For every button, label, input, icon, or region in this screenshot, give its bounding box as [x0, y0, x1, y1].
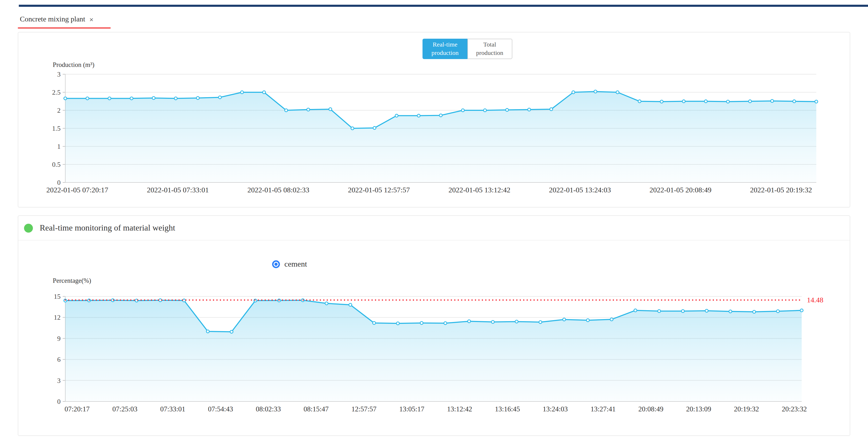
production-chart[interactable]: 00.511.522.532022-01-05 07:20:172022-01-… — [30, 61, 838, 202]
x-tick-label: 07:33:01 — [160, 405, 185, 413]
series-marker — [776, 310, 779, 313]
x-tick-label: 07:54:43 — [208, 405, 233, 413]
cement-radio-label[interactable]: cement — [284, 260, 307, 269]
series-marker — [616, 91, 619, 93]
series-marker — [86, 97, 89, 100]
series-marker — [815, 100, 817, 103]
series-marker — [587, 319, 589, 322]
series-marker — [219, 96, 221, 99]
series-marker — [152, 96, 155, 99]
series-marker — [660, 100, 663, 103]
series-marker — [572, 91, 575, 93]
y-tick-label: 0 — [57, 398, 61, 405]
series-marker — [263, 91, 266, 93]
series-marker — [130, 97, 133, 100]
x-tick-label: 20:13:09 — [686, 405, 711, 413]
series-marker — [800, 309, 803, 312]
series-marker — [726, 100, 729, 103]
series-marker — [771, 99, 773, 103]
material-weight-chart-svg: 0369121507:20:1707:25:0307:33:0107:54:43… — [30, 271, 838, 417]
x-tick-label: 13:05:17 — [399, 405, 424, 413]
cement-radio[interactable] — [272, 260, 280, 268]
series-marker — [658, 310, 661, 313]
series-area — [65, 91, 816, 182]
x-tick-label: 07:20:17 — [64, 405, 90, 413]
y-axis-title: Production (m³) — [53, 61, 95, 68]
threshold-label: 14.48 — [807, 296, 823, 304]
series-marker — [515, 320, 518, 323]
series-marker — [325, 302, 328, 305]
series-marker — [705, 309, 708, 312]
status-dot-icon — [24, 224, 33, 232]
series-marker — [329, 108, 332, 111]
series-marker — [468, 320, 470, 323]
series-marker — [396, 322, 399, 325]
series-marker — [752, 310, 755, 313]
series-marker — [550, 108, 553, 111]
material-weight-chart[interactable]: 0369121507:20:1707:25:0307:33:0107:54:43… — [30, 271, 838, 417]
x-tick-label: 20:23:32 — [782, 405, 807, 413]
series-marker — [610, 318, 613, 321]
tab-concrete-mixing-plant[interactable]: Concrete mixing plant × — [20, 15, 93, 24]
y-tick-label: 3 — [57, 70, 61, 78]
series-marker — [749, 100, 751, 103]
cement-legend[interactable]: cement — [272, 260, 307, 269]
series-marker — [174, 97, 177, 100]
series-marker — [704, 100, 707, 103]
series-marker — [395, 114, 398, 117]
y-tick-label: 15 — [54, 293, 61, 300]
series-marker — [594, 90, 597, 93]
y-tick-label: 12 — [54, 314, 61, 321]
x-tick-label: 2022-01-05 20:08:49 — [649, 186, 711, 194]
material-weight-panel: Real-time monitoring of material weight … — [18, 215, 850, 436]
series-marker — [461, 109, 464, 112]
x-tick-label: 2022-01-05 13:12:42 — [448, 186, 510, 194]
x-tick-label: 2022-01-05 20:19:32 — [750, 186, 812, 194]
x-tick-label: 07:25:03 — [112, 405, 137, 413]
y-tick-label: 6 — [57, 356, 61, 363]
realtime-production-button[interactable]: Real-time production — [422, 39, 467, 59]
series-marker — [563, 318, 566, 321]
y-axis-title: Percentage(%) — [53, 277, 91, 284]
x-tick-label: 20:19:32 — [734, 405, 759, 413]
series-marker — [64, 97, 67, 100]
series-marker — [351, 127, 354, 129]
production-panel: Real-time production Total production 00… — [18, 32, 850, 207]
material-section-title: Real-time monitoring of material weight — [40, 223, 175, 233]
x-tick-label: 2022-01-05 07:20:17 — [46, 186, 108, 194]
series-marker — [793, 100, 796, 103]
series-marker — [241, 91, 243, 93]
production-chart-svg: 00.511.522.532022-01-05 07:20:172022-01-… — [30, 61, 838, 202]
series-marker — [307, 108, 310, 111]
total-production-button[interactable]: Total production — [467, 39, 512, 59]
series-area — [65, 300, 802, 402]
dashboard-page: Concrete mixing plant × Real-time produc… — [0, 0, 868, 437]
y-tick-label: 2 — [57, 107, 61, 114]
series-marker — [682, 100, 685, 103]
series-marker — [484, 109, 487, 112]
production-toggle-group: Real-time production Total production — [422, 39, 512, 59]
series-marker — [638, 100, 641, 103]
series-marker — [729, 310, 732, 313]
series-marker — [491, 320, 494, 323]
series-marker — [285, 109, 287, 112]
y-tick-label: 1.5 — [52, 125, 61, 132]
series-marker — [528, 108, 531, 111]
y-tick-label: 3 — [57, 377, 61, 384]
series-marker — [444, 322, 447, 325]
series-marker — [417, 114, 420, 117]
tab-close-icon[interactable]: × — [89, 16, 93, 23]
tab-label: Concrete mixing plant — [20, 15, 85, 24]
x-tick-label: 2022-01-05 07:33:01 — [147, 186, 209, 194]
top-divider — [19, 5, 868, 7]
series-marker — [634, 309, 637, 312]
y-tick-label: 1 — [57, 143, 61, 150]
series-marker — [254, 299, 257, 302]
series-marker — [230, 330, 233, 333]
tab-active-underline — [18, 27, 111, 29]
y-tick-label: 2.5 — [52, 89, 61, 96]
x-tick-label: 12:57:57 — [351, 405, 377, 413]
y-tick-label: 0 — [57, 179, 61, 186]
x-tick-label: 2022-01-05 08:02:33 — [247, 186, 309, 194]
x-tick-label: 2022-01-05 13:24:03 — [549, 186, 611, 194]
